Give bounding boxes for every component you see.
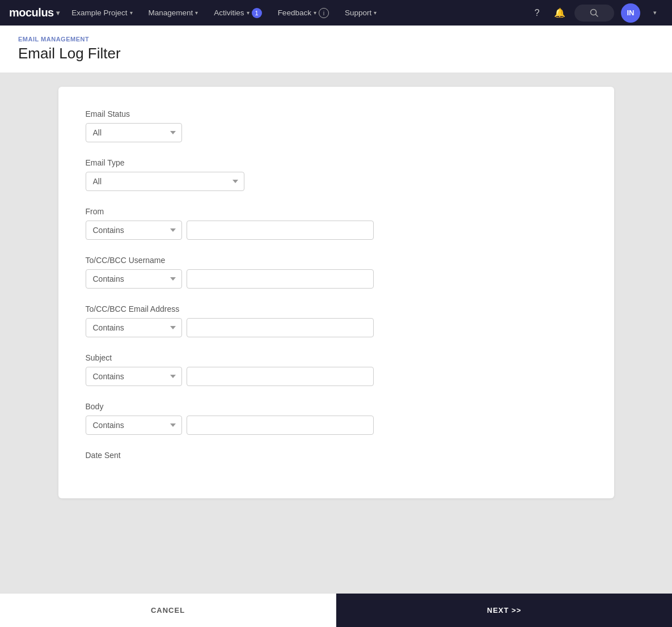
to-cc-bcc-username-group: To/CC/BCC Username Contains Equals Start… <box>86 256 587 289</box>
body-group: Body Contains Equals Starts with Ends wi… <box>86 402 587 435</box>
date-sent-label: Date Sent <box>86 451 587 460</box>
chevron-down-icon: ▾ <box>314 10 316 16</box>
to-cc-bcc-email-label: To/CC/BCC Email Address <box>86 304 587 314</box>
info-icon: i <box>319 8 329 18</box>
to-cc-bcc-email-input[interactable] <box>187 318 374 337</box>
to-cc-bcc-email-row: Contains Equals Starts with Ends with <box>86 318 587 337</box>
from-row: Contains Equals Starts with Ends with <box>86 221 587 240</box>
nav-label-support: Support <box>345 9 371 17</box>
user-avatar[interactable]: IN <box>621 3 640 23</box>
email-status-select[interactable]: All Sent Failed Pending <box>86 123 182 142</box>
chevron-down-icon: ▾ <box>195 10 198 16</box>
nav-label-feedback: Feedback <box>278 9 311 17</box>
avatar-initials: IN <box>627 9 635 17</box>
notifications-icon-button[interactable]: 🔔 <box>552 5 568 21</box>
page-title: Email Log Filter <box>18 45 654 62</box>
next-button[interactable]: NEXT >> <box>336 594 672 628</box>
form-card: Email Status All Sent Failed Pending Ema… <box>58 87 614 498</box>
subject-label: Subject <box>86 353 587 362</box>
to-cc-bcc-username-input[interactable] <box>187 269 374 289</box>
nav-logo[interactable]: moculus ▾ <box>9 6 59 19</box>
email-status-group: Email Status All Sent Failed Pending <box>86 109 587 142</box>
svg-line-1 <box>596 14 598 16</box>
search-button[interactable] <box>574 5 614 22</box>
from-group: From Contains Equals Starts with Ends wi… <box>86 207 587 240</box>
nav-label-management: Management <box>149 9 193 17</box>
email-type-group: Email Type All System User Notification <box>86 158 587 191</box>
cancel-button[interactable]: CANCEL <box>0 594 336 628</box>
help-icon-button[interactable]: ? <box>529 5 545 21</box>
chevron-down-icon: ▾ <box>374 10 377 16</box>
activities-badge: 1 <box>252 8 262 18</box>
breadcrumb: EMAIL MANAGEMENT <box>18 36 654 43</box>
body-label: Body <box>86 402 587 411</box>
nav-item-support[interactable]: Support ▾ <box>337 0 384 26</box>
nav-right-area: ? 🔔 IN ▾ <box>529 3 663 23</box>
search-icon <box>590 9 599 18</box>
footer-bar: CANCEL NEXT >> <box>0 593 672 627</box>
subject-row: Contains Equals Starts with Ends with <box>86 367 587 386</box>
page-header: EMAIL MANAGEMENT Email Log Filter <box>0 26 672 73</box>
body-filter-select[interactable]: Contains Equals Starts with Ends with <box>86 416 182 435</box>
from-input[interactable] <box>187 221 374 240</box>
email-type-label: Email Type <box>86 158 587 167</box>
logo-chevron-icon: ▾ <box>56 9 60 17</box>
nav-label-activities: Activities <box>214 9 244 17</box>
to-cc-bcc-username-row: Contains Equals Starts with Ends with <box>86 269 587 289</box>
email-status-label: Email Status <box>86 109 587 118</box>
nav-item-feedback[interactable]: Feedback ▾ i <box>270 0 337 26</box>
nav-item-management[interactable]: Management ▾ <box>141 0 206 26</box>
to-cc-bcc-username-filter-select[interactable]: Contains Equals Starts with Ends with <box>86 269 182 289</box>
navbar: moculus ▾ Example Project ▾ Management ▾… <box>0 0 672 26</box>
date-sent-group: Date Sent <box>86 451 587 460</box>
subject-group: Subject Contains Equals Starts with Ends… <box>86 353 587 386</box>
avatar-chevron-icon[interactable]: ▾ <box>647 5 663 21</box>
from-label: From <box>86 207 587 216</box>
chevron-down-icon: ▾ <box>247 10 250 16</box>
from-filter-select[interactable]: Contains Equals Starts with Ends with <box>86 221 182 240</box>
chevron-down-icon: ▾ <box>130 10 133 16</box>
to-cc-bcc-username-label: To/CC/BCC Username <box>86 256 587 265</box>
main-content: Email Status All Sent Failed Pending Ema… <box>0 73 672 601</box>
nav-item-activities[interactable]: Activities ▾ 1 <box>206 0 269 26</box>
body-row: Contains Equals Starts with Ends with <box>86 416 587 435</box>
to-cc-bcc-email-group: To/CC/BCC Email Address Contains Equals … <box>86 304 587 337</box>
logo-text: moculus <box>9 6 54 19</box>
email-type-select[interactable]: All System User Notification <box>86 172 244 191</box>
subject-filter-select[interactable]: Contains Equals Starts with Ends with <box>86 367 182 386</box>
nav-label-example-project: Example Project <box>71 9 127 17</box>
to-cc-bcc-email-filter-select[interactable]: Contains Equals Starts with Ends with <box>86 318 182 337</box>
nav-item-example-project[interactable]: Example Project ▾ <box>64 0 140 26</box>
body-input[interactable] <box>187 416 374 435</box>
subject-input[interactable] <box>187 367 374 386</box>
